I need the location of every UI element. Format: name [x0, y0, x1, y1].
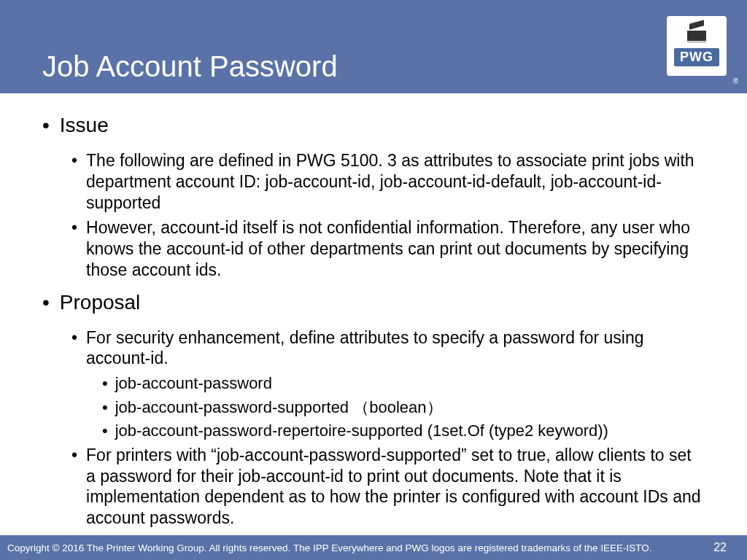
- slide-header: Job Account Password PWG ®: [0, 0, 747, 93]
- slide-content: Issue The following are defined in PWG 5…: [0, 93, 747, 540]
- proposal-sub-3: job-account-password-repertoire-supporte…: [102, 421, 705, 442]
- slide-title: Job Account Password: [42, 50, 338, 83]
- proposal-bullet-2: For printers with “job-account-password-…: [71, 445, 705, 529]
- proposal-sub-1: job-account-password: [102, 373, 705, 394]
- registered-mark: ®: [733, 77, 738, 85]
- pwg-logo: PWG: [667, 16, 727, 76]
- proposal-bullet-1: For security enhancement, define attribu…: [71, 327, 705, 370]
- slide-footer: Copyright © 2016 The Printer Working Gro…: [0, 535, 747, 560]
- page-number: 22: [713, 541, 727, 554]
- issue-bullet-1: The following are defined in PWG 5100. 3…: [71, 150, 705, 213]
- logo-text: PWG: [674, 48, 719, 66]
- copyright-text: Copyright © 2016 The Printer Working Gro…: [7, 542, 652, 553]
- heading-proposal: Proposal: [42, 291, 705, 314]
- heading-issue: Issue: [42, 114, 705, 137]
- issue-bullet-2: However, account-id itself is not confid…: [71, 217, 705, 280]
- printer-icon: [683, 26, 711, 45]
- proposal-sub-2: job-account-password-supported （boolean）: [102, 397, 705, 419]
